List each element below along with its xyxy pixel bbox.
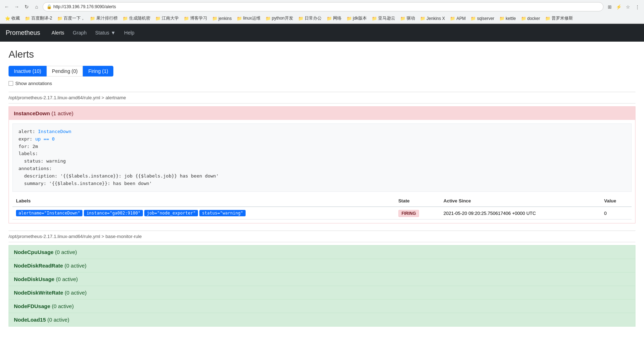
filter-pending-button[interactable]: Pending (0) [47, 66, 83, 76]
nav-item-help[interactable]: Help [120, 24, 139, 42]
state-badge: FIRING [398, 210, 419, 217]
bookmark-item[interactable]: 📁 江南大学 [153, 15, 181, 22]
code-line: description: '{{$labels.instance}}: job … [18, 173, 626, 180]
main-content: Alerts Inactive (10) Pending (0) Firing … [0, 42, 644, 341]
code-line: annotations: [18, 165, 626, 173]
active-count: (0 active) [47, 317, 69, 323]
browser-chrome: ← → ↻ ⌂ 🔒 http://139.196.79.176:9090/ale… [0, 0, 644, 24]
address-bar[interactable]: 🔒 http://139.196.79.176:9090/alerts [43, 2, 603, 11]
cell-state: FIRING [395, 207, 440, 220]
alert-name: NodeDiskUsage [14, 276, 54, 282]
bookmark-item[interactable]: 📁 docker [519, 15, 542, 22]
browser-toolbar: ← → ↻ ⌂ 🔒 http://139.196.79.176:9090/ale… [0, 0, 644, 14]
code-line: labels: [18, 150, 626, 158]
star-button[interactable]: ☆ [624, 3, 632, 11]
browser-right-actions: ⊞ ⚡ ☆ ⋮ [606, 3, 641, 11]
alert-name: InstanceDown [14, 110, 50, 116]
bookmark-label: jdk版本 [353, 15, 367, 21]
label-badges: alertname="InstanceDown" instance="ga002… [16, 210, 391, 216]
bookmark-item[interactable]: 📁 百度一下， [55, 15, 87, 22]
active-count: (0 active) [56, 276, 78, 282]
bookmark-item[interactable]: 📁 kettle [497, 15, 518, 22]
folder-icon: 📁 [327, 16, 332, 21]
bookmark-item[interactable]: 📁 果汁排行榜 [88, 15, 120, 22]
refresh-button[interactable]: ↻ [23, 3, 31, 11]
home-button[interactable]: ⌂ [33, 3, 41, 11]
node-disk-write-rate-header[interactable]: NodeDiskWriteRate (0 active) [9, 286, 635, 299]
bookmark-label: jenkins [219, 16, 232, 21]
code-line: status: warning [18, 158, 626, 165]
url-text: http://139.196.79.176:9090/alerts [53, 4, 116, 9]
alert-name: NodeCpuUsage [14, 249, 54, 255]
folder-icon: 📁 [471, 16, 476, 21]
bookmark-item[interactable]: 📁 日常办公 [296, 15, 324, 22]
bookmark-label: 生成随机密 [129, 15, 150, 21]
bookmark-item[interactable]: 📁 jenkins [210, 15, 234, 22]
navigation-bar: Prometheus Alerts Graph Status ▼ Help [0, 24, 644, 42]
instance-down-alert-group: InstanceDown (1 active) alert: InstanceD… [9, 106, 635, 223]
code-line: alert: InstanceDown [18, 128, 626, 136]
bookmark-label: 日常办公 [305, 15, 322, 21]
bookmark-label: 普罗米修斯 [552, 15, 573, 21]
bookmark-item[interactable]: 📁 APM [448, 15, 468, 22]
bookmark-item[interactable]: 📁 网络 [324, 15, 344, 22]
active-count: (1 active) [52, 110, 74, 116]
node-disk-usage-header[interactable]: NodeDiskUsage (0 active) [9, 272, 635, 286]
filter-firing-button[interactable]: Firing (1) [83, 66, 113, 76]
code-line: for: 2m [18, 143, 626, 150]
folder-icon: 📁 [545, 16, 551, 21]
folder-icon: 📁 [420, 16, 425, 21]
folder-icon: 📁 [499, 16, 505, 21]
extensions-button[interactable]: ⊞ [606, 3, 613, 11]
nav-item-graph[interactable]: Graph [69, 24, 91, 42]
bookmark-item[interactable]: 📁 亚马逊云 [370, 15, 397, 22]
nav-item-alerts[interactable]: Alerts [47, 24, 69, 42]
bookmark-item[interactable]: 📁 普罗米修斯 [543, 15, 575, 22]
bookmark-label: 果汁排行榜 [96, 15, 118, 21]
nav-brand: Prometheus [6, 29, 40, 37]
show-annotations-toggle[interactable]: Show annotations [9, 81, 635, 86]
bookmark-label: python开发 [272, 15, 293, 21]
code-line: summary: '{{$labels.instance}}: has been… [18, 180, 626, 187]
forward-button[interactable]: → [13, 3, 21, 11]
lightning-button[interactable]: ⚡ [615, 3, 623, 11]
folder-icon: 📁 [400, 16, 406, 21]
filter-inactive-button[interactable]: Inactive (10) [9, 66, 47, 76]
label-badge: status="warning" [199, 210, 246, 216]
node-cpu-usage-header[interactable]: NodeCpuUsage (0 active) [9, 245, 635, 259]
folder-icon: 📁 [265, 16, 271, 21]
bookmark-item[interactable]: ⭐ 收藏 [3, 15, 22, 22]
status-dropdown: Status ▼ [95, 30, 116, 36]
star-icon: ⭐ [5, 16, 10, 21]
bookmark-label: kettle [506, 16, 516, 21]
node-fd-usage-header[interactable]: NodeFDUsage (0 active) [9, 299, 635, 313]
instance-down-header[interactable]: InstanceDown (1 active) [9, 107, 635, 120]
bookmark-item[interactable]: 📁 jdk版本 [344, 15, 369, 22]
cell-labels: alertname="InstanceDown" instance="ga002… [12, 207, 395, 220]
folder-icon: 📁 [123, 16, 128, 21]
bookmark-label: linux运维 [243, 15, 261, 21]
bookmark-item[interactable]: 📁 sqlserver [468, 15, 497, 22]
table-row: alertname="InstanceDown" instance="ga002… [12, 207, 632, 220]
page-title: Alerts [9, 49, 635, 60]
folder-icon: 📁 [372, 16, 377, 21]
back-button[interactable]: ← [3, 3, 11, 11]
bookmark-item[interactable]: 📁 驱动 [398, 15, 417, 22]
bookmark-label: docker [527, 16, 540, 21]
menu-button[interactable]: ⋮ [633, 3, 641, 11]
alert-name: NodeFDUsage [14, 303, 50, 309]
bookmark-item[interactable]: 📁 百度翻译-2 [23, 15, 54, 22]
bookmark-item[interactable]: 📁 生成随机密 [120, 15, 152, 22]
bookmark-item[interactable]: 📁 linux运维 [235, 15, 263, 22]
nav-item-status[interactable]: Status ▼ [91, 24, 120, 42]
bookmark-item[interactable]: 📁 博客学习 [182, 15, 209, 22]
annotation-checkbox[interactable] [9, 81, 13, 86]
show-annotations-label: Show annotations [15, 81, 52, 86]
node-load15-header[interactable]: NodeLoad15 (0 active) [9, 313, 635, 326]
node-disk-read-rate-header[interactable]: NodeDiskReadRate (0 active) [9, 259, 635, 272]
bookmark-item[interactable]: 📁 Jenkins X [418, 15, 447, 22]
folder-icon: 📁 [25, 16, 30, 21]
base-monitor-alert-group: NodeCpuUsage (0 active) NodeDiskReadRate… [9, 245, 635, 327]
bookmark-item[interactable]: 📁 python开发 [263, 15, 295, 22]
folder-icon: 📁 [521, 16, 526, 21]
